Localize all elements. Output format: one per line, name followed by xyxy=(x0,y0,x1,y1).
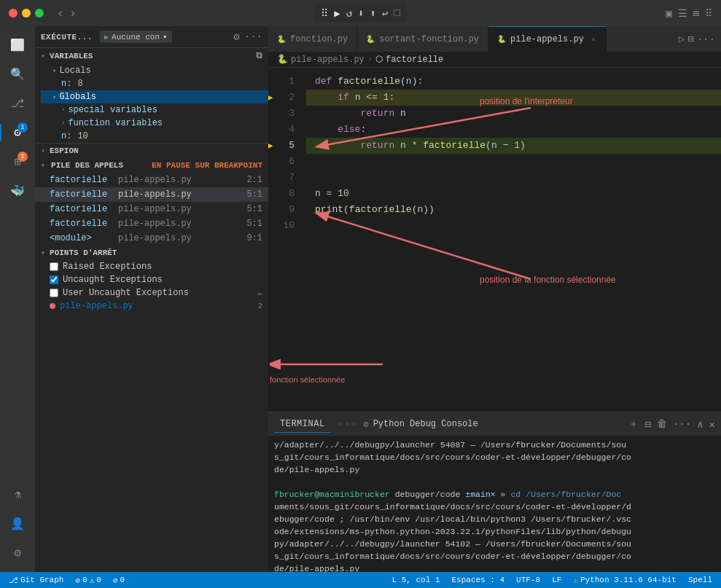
special-variables-item[interactable]: › special variables xyxy=(41,103,268,117)
minimize-button[interactable] xyxy=(22,9,31,17)
globals-header[interactable]: ▾ Globals xyxy=(41,90,268,103)
errors2-item[interactable]: ⊘ 0 xyxy=(110,576,128,585)
edit-icon[interactable]: ✏ xyxy=(257,289,262,298)
call-stack-header[interactable]: ▾ PILE DES APPELS En pause sur breakpoin… xyxy=(35,158,268,173)
raised-exceptions-checkbox[interactable] xyxy=(50,262,58,271)
locals-chevron-icon: ▾ xyxy=(52,67,56,75)
terminal-content[interactable]: y/adapter/../../debugpy/launcher 54087 —… xyxy=(268,436,721,572)
files-icon: ⬜ xyxy=(10,38,25,52)
git-graph-item[interactable]: ⎇ Git Graph xyxy=(6,576,66,585)
refresh-icon[interactable]: ↺ xyxy=(344,7,354,20)
more-options-icon[interactable]: ··· xyxy=(244,31,262,43)
delete-terminal-icon[interactable]: 🗑 xyxy=(657,418,667,430)
tab-pile-appels[interactable]: 🐍 pile-appels.py ✕ xyxy=(488,26,607,52)
gear-icon[interactable]: ⚙ xyxy=(233,31,239,43)
special-variables-label: special variables xyxy=(68,105,157,115)
python-label: Python 3.11.6 64-bit xyxy=(580,576,677,584)
activity-search[interactable]: 🔍 xyxy=(4,61,31,87)
breakpoints-header[interactable]: ▾ POINTS D'ARRÊT xyxy=(35,246,268,260)
breakpoints-section: ▾ POINTS D'ARRÊT Raised Exceptions Uncau… xyxy=(35,246,268,313)
user-uncaught-checkbox[interactable] xyxy=(50,289,58,297)
activity-debug[interactable]: ⚙ 1 xyxy=(4,119,31,146)
debug-config-selector[interactable]: ▶ Aucune con ▾ xyxy=(100,31,172,43)
line-ending-item[interactable]: LF xyxy=(549,576,564,584)
breakpoint-dot-icon xyxy=(50,303,55,309)
activity-flask[interactable]: ⚗ xyxy=(4,482,31,508)
activity-account[interactable]: 👤 xyxy=(4,511,31,537)
nav-back-button[interactable]: ‹ xyxy=(55,5,65,21)
file-breakpoint-item[interactable]: pile-appels.py 2 xyxy=(35,299,268,313)
sidebar-icon[interactable]: ☰ xyxy=(678,7,687,20)
code-editor[interactable]: 1 ▶ 2 3 4 ▶ 5 6 7 8 9 10 de xyxy=(268,68,721,412)
more-terminal-icon[interactable]: ··· xyxy=(673,418,691,430)
activity-remote[interactable]: 🐳 xyxy=(4,178,31,204)
code-line-7 xyxy=(306,170,721,186)
terminal-tab[interactable]: TERMINAL xyxy=(274,416,331,433)
function-variables-item[interactable]: › function variables xyxy=(41,117,268,130)
call-item-2[interactable]: factorielle pile-appels.py 5:1 xyxy=(35,202,268,216)
breadcrumb-file[interactable]: pile-appels.py xyxy=(291,55,365,65)
settings-icon: ⚙ xyxy=(14,546,21,560)
close-button[interactable] xyxy=(9,9,17,17)
code-line-3: return n xyxy=(306,106,721,122)
tab-close-button[interactable]: ✕ xyxy=(590,34,597,44)
split-icon[interactable]: ⊞ xyxy=(693,7,699,20)
more-icon[interactable]: ⠿ xyxy=(705,7,712,20)
call-item-1[interactable]: factorielle pile-appels.py 5:1 xyxy=(35,187,268,202)
debug-console-tab[interactable]: ⚙ Python Debug Console xyxy=(363,419,478,430)
position-label: L 5, col 1 xyxy=(391,576,440,584)
split-editor-icon[interactable]: ⊟ xyxy=(687,33,693,45)
espion-label: ESPION xyxy=(50,146,79,155)
nav-forward-button[interactable]: › xyxy=(68,5,77,21)
step-out-icon[interactable]: ↩ xyxy=(380,7,390,20)
terminal-line-7: ode/extensions/ms-python.python-2023.22.… xyxy=(274,525,715,538)
position-item[interactable]: L 5, col 1 xyxy=(389,576,443,584)
breadcrumb-icon: 🐍 xyxy=(277,54,288,65)
tab-sortant[interactable]: 🐍 sortant-fonction.py xyxy=(357,26,488,52)
breadcrumb-symbol[interactable]: factorielle xyxy=(386,55,443,65)
sidebar-scroll[interactable]: ▾ VARIABLES ⧉ ▾ Locals n: 8 xyxy=(35,48,268,572)
code-content[interactable]: def factorielle(n): if n <= 1: return n … xyxy=(306,68,721,412)
git-icon: ⎇ xyxy=(11,96,24,111)
layout-icon[interactable]: ▣ xyxy=(666,7,671,20)
spaces-label: Espaces : 4 xyxy=(451,576,504,584)
espion-chevron-icon: › xyxy=(41,147,45,155)
errors2-count: 0 xyxy=(120,576,125,584)
spaces-item[interactable]: Espaces : 4 xyxy=(448,576,507,584)
variables-header[interactable]: ▾ VARIABLES ⧉ xyxy=(35,48,268,64)
stop-icon[interactable]: □ xyxy=(391,7,402,19)
tab-fonction[interactable]: 🐍 fonction.py xyxy=(268,26,357,52)
maximize-terminal-icon[interactable]: ∧ xyxy=(697,418,703,431)
step-into-icon[interactable]: ⬆ xyxy=(368,7,378,20)
add-terminal-icon[interactable]: ＋ xyxy=(628,418,639,431)
tab-label-0: fonction.py xyxy=(290,34,348,44)
step-over-icon[interactable]: ⬇ xyxy=(356,7,366,20)
run-file-icon[interactable]: ▷ xyxy=(679,33,685,45)
spell-item[interactable]: Spell xyxy=(685,576,715,584)
close-terminal-icon[interactable]: ✕ xyxy=(709,418,715,431)
split-terminal-icon[interactable]: ⊟ xyxy=(644,418,650,431)
terminal-line-6: ebugger/code ; /usr/bin/env /usr/local/b… xyxy=(274,513,715,525)
call-item-4[interactable]: <module> pile-appels.py 9:1 xyxy=(35,231,268,246)
errors-item[interactable]: ⊘ 0 ⚠ 0 xyxy=(72,576,104,585)
activity-extensions[interactable]: ⊞ 1 xyxy=(4,149,31,175)
play-icon[interactable]: ▶ xyxy=(332,7,342,20)
encoding-item[interactable]: UTF-8 xyxy=(513,576,543,584)
espion-header[interactable]: › ESPION xyxy=(35,144,268,158)
activity-settings[interactable]: ⚙ xyxy=(4,540,31,566)
global-var-n[interactable]: n: 10 xyxy=(41,130,268,143)
more-actions-icon[interactable]: ··· xyxy=(697,34,715,45)
python-item[interactable]: ⚠ Python 3.11.6 64-bit xyxy=(570,576,679,585)
activity-source-control[interactable]: ⎇ xyxy=(4,90,31,117)
local-var-n[interactable]: n: 8 xyxy=(41,77,268,90)
locals-label: Locals xyxy=(59,66,90,76)
copy-icon[interactable]: ⧉ xyxy=(256,51,262,61)
line-ending-label: LF xyxy=(552,576,561,584)
call-item-3[interactable]: factorielle pile-appels.py 5:1 xyxy=(35,216,268,231)
call-name-3: factorielle xyxy=(50,219,115,229)
locals-header[interactable]: ▾ Locals xyxy=(41,64,268,77)
activity-explorer[interactable]: ⬜ xyxy=(4,32,31,58)
call-item-0[interactable]: factorielle pile-appels.py 2:1 xyxy=(35,173,268,187)
uncaught-exceptions-checkbox[interactable] xyxy=(50,275,58,284)
maximize-button[interactable] xyxy=(35,9,44,17)
